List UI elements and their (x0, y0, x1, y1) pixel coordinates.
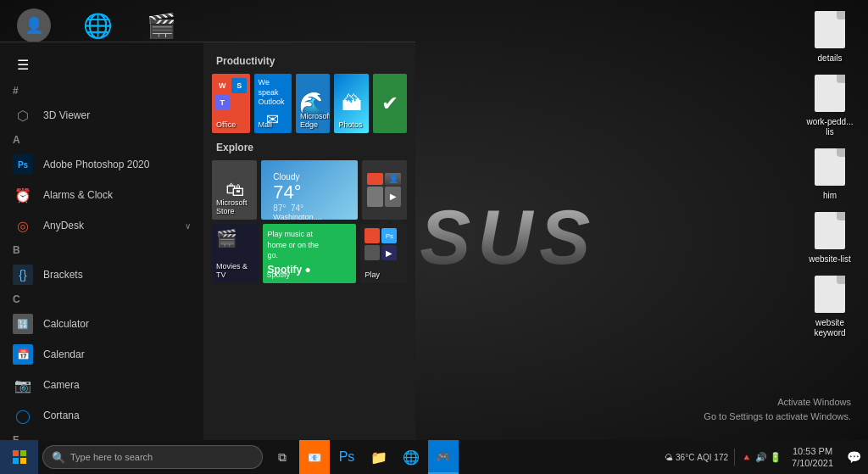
search-placeholder-text: Type here to search (70, 452, 153, 462)
taskbar-photoshop-app[interactable]: Ps (331, 440, 362, 474)
svg-rect-0 (13, 450, 19, 456)
dark-tile-cell3 (367, 187, 383, 208)
office-grid: W S T (214, 78, 247, 110)
dark-tile-grid: 👤 ▶ (367, 173, 401, 207)
section-a: A (0, 131, 203, 149)
network-icon: 🔺 (741, 452, 753, 463)
app-item-calendar[interactable]: 📅 Calendar (0, 339, 203, 370)
website-keyword-label: website keyword (800, 318, 860, 338)
start-menu-right-panel: Productivity W S T Office We speakOutloo… (203, 42, 415, 440)
weather-tray[interactable]: 🌤 36°C AQI 172 (665, 453, 728, 462)
tile-dark[interactable]: 👤 ▶ (362, 160, 407, 220)
app-item-brackets[interactable]: {} Brackets (0, 259, 203, 290)
app-item-alarms-label: Alarms & Clock (43, 189, 113, 201)
taskbar-chrome-app[interactable]: 🌐 (396, 440, 426, 474)
details-file-icon (813, 8, 847, 51)
section-f: F (0, 431, 203, 440)
app-item-3dviewer[interactable]: ⬡ 3D Viewer (0, 100, 203, 131)
movies-tile-label: Movies & TV (216, 262, 259, 279)
desktop-icons-right: details work-pedd...lis him website-list… (800, 8, 860, 338)
taskbar-explorer-app[interactable]: 📁 (364, 440, 394, 474)
app-item-calculator[interactable]: 🔢 Calculator (0, 309, 203, 339)
clock[interactable]: 10:53 PM 7/10/2021 (785, 445, 840, 470)
anydesk-expand-icon: ∨ (185, 221, 191, 231)
tile-edge[interactable]: 🌊 Microsoft Edge (296, 74, 330, 133)
search-bar[interactable]: 🔍 Type here to search (42, 445, 263, 469)
him-label: him (823, 191, 837, 201)
section-b: B (0, 241, 203, 259)
website-keyword-file-icon (813, 273, 847, 315)
website-list-file-icon (813, 209, 847, 252)
app-item-camera-label: Camera (43, 379, 80, 391)
explore-section-label: Explore (212, 137, 407, 160)
notification-button[interactable]: 💬 (843, 440, 864, 474)
start-menu-left-panel: ☰ # ⬡ 3D Viewer A Ps Adobe Photoshop 202… (0, 42, 203, 440)
desktop-icon-website-keyword[interactable]: website keyword (800, 273, 860, 338)
movies-tile-icon: 🎬 (216, 228, 237, 248)
tile-weather[interactable]: Cloudy 74° 87° 74° Washington,... (261, 160, 357, 220)
taskbar: 🔍 Type here to search ⧉ 📧 Ps 📁 🌐 🎮 🌤 36°… (0, 440, 868, 474)
search-icon: 🔍 (52, 451, 65, 464)
mail-tile-text: We speakOutlook (259, 78, 288, 108)
taskbar-game-app[interactable]: 🎮 (428, 440, 459, 474)
system-tray[interactable]: 🔺 🔊 🔋 (741, 452, 782, 463)
activate-windows-line2: Go to Settings to activate Windows. (704, 410, 851, 424)
photos-tile-label: Photos (338, 120, 362, 129)
tile-play[interactable]: Ps ▶ Play (360, 224, 407, 283)
taskbar-action-icons: ⧉ 📧 Ps 📁 🌐 🎮 (267, 440, 459, 474)
section-c: C (0, 290, 203, 309)
app-item-photoshop-label: Adobe Photoshop 2020 (43, 159, 149, 170)
desktop-icon-him[interactable]: him (800, 146, 860, 201)
tile-checklist[interactable]: ✔ (373, 74, 407, 133)
app-item-cortana[interactable]: ◯ Cortana (0, 400, 203, 431)
hamburger-button[interactable]: ☰ (8, 53, 37, 77)
office-extra-icon (231, 95, 247, 110)
taskbar-mail-app[interactable]: 📧 (299, 440, 330, 474)
windows-logo-icon (13, 450, 26, 464)
start-button[interactable] (0, 440, 38, 474)
weather-condition: Cloudy (273, 172, 345, 181)
app-item-camera[interactable]: 📷 Camera (0, 370, 203, 400)
tile-spotify[interactable]: Play music at home or on the go. Spotify… (263, 224, 357, 283)
clock-date: 7/10/2021 (792, 457, 833, 469)
app-item-photoshop[interactable]: Ps Adobe Photoshop 2020 (0, 149, 203, 180)
play-roblox-icon (364, 228, 380, 243)
ms-store-tile-label: Microsoft Store (216, 198, 257, 215)
office-word-icon: W (214, 78, 230, 93)
weather-high-low: 87° 74° (273, 204, 345, 213)
app-item-cortana-label: Cortana (43, 410, 80, 421)
tile-photos[interactable]: 🏔 Photos (334, 74, 368, 133)
alarms-icon: ⏰ (13, 185, 33, 205)
app-item-alarms[interactable]: ⏰ Alarms & Clock (0, 180, 203, 210)
tile-mail[interactable]: We speakOutlook ✉ Mail (254, 74, 292, 133)
dark-tile-cell4: ▶ (385, 187, 401, 208)
anydesk-icon: ◎ (13, 215, 33, 236)
dark-tile-cell1 (367, 173, 383, 185)
tile-office[interactable]: W S T Office (212, 74, 250, 133)
checklist-tile-icon: ✔ (381, 92, 398, 115)
desktop-icon-details[interactable]: details (800, 8, 860, 64)
weather-location: Washington,... (273, 213, 345, 220)
desktop-icon-work-pedd[interactable]: work-pedd...lis (800, 72, 860, 137)
tile-ms-store[interactable]: 🛍 Microsoft Store (212, 160, 257, 220)
tile-movies-tv[interactable]: 🎬 Movies & TV (212, 224, 259, 283)
clock-time: 10:53 PM (793, 445, 832, 457)
3dviewer-icon: ⬡ (13, 105, 33, 125)
volume-icon: 🔊 (755, 452, 767, 463)
play-extra1 (364, 245, 380, 260)
chrome-icon: 🌐 (81, 8, 114, 42)
weather-temp-value: 36°C (676, 453, 694, 462)
svg-rect-2 (13, 458, 19, 464)
desktop-icon-website-list[interactable]: website-list (800, 209, 860, 265)
dark-tile-cell2: 👤 (385, 173, 401, 185)
app-item-anydesk[interactable]: ◎ AnyDesk ∨ (0, 210, 203, 241)
work-pedd-file-icon (813, 72, 847, 114)
aqi-value: AQI 172 (697, 453, 728, 462)
camera-icon: 📷 (13, 375, 33, 395)
svg-rect-1 (20, 450, 26, 456)
calculator-icon: 🔢 (13, 314, 33, 334)
activate-windows-watermark: Activate Windows Go to Settings to activ… (704, 395, 851, 423)
tray-divider (734, 449, 735, 466)
office-teams-icon: T (214, 95, 230, 110)
task-view-button[interactable]: ⧉ (267, 440, 298, 474)
